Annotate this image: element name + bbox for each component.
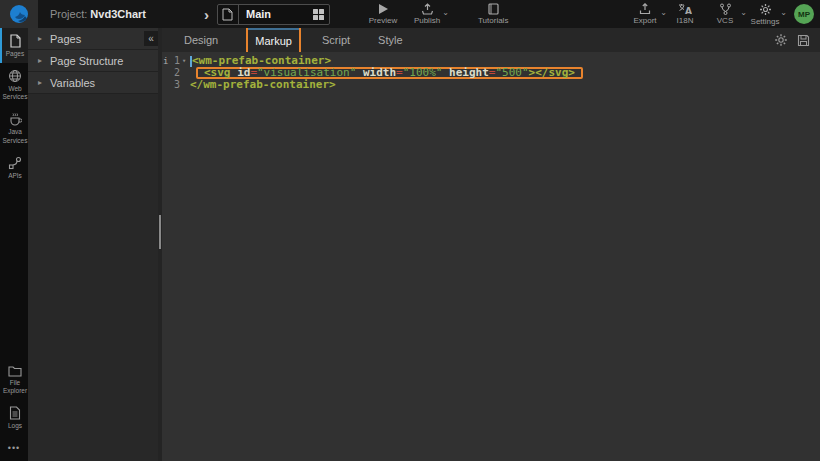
rail-spacer [0, 185, 28, 359]
vcs-button[interactable]: ⌄ VCS [710, 3, 740, 25]
triangle-right-icon: ▸ [38, 34, 42, 43]
editor-tab-bar: Design Markup Script Style [162, 28, 820, 52]
preview-button[interactable]: Preview [368, 3, 398, 25]
triangle-right-icon: ▸ [38, 78, 42, 87]
svg-text:A: A [685, 6, 692, 15]
rail-item-web-services[interactable]: Web Services [0, 63, 28, 106]
topbar-center-actions: Preview ⌄ Publish Tutorials [368, 0, 508, 28]
export-button[interactable]: ⌄ Export [630, 3, 660, 25]
left-icon-rail: Pages Web Services Java Services APIs Fi… [0, 28, 28, 461]
editor-gutter: i1▾23 [162, 55, 188, 91]
code-token: width [363, 67, 396, 79]
api-icon [8, 156, 22, 170]
project-title: Project: Nvd3Chart [50, 8, 146, 20]
rail-item-file-explorer[interactable]: File Explorer [0, 359, 28, 400]
panel-collapse-button[interactable]: « [144, 31, 158, 46]
panel-scrollbar[interactable] [158, 28, 162, 461]
code-token: = [489, 67, 496, 79]
publish-button[interactable]: ⌄ Publish [412, 3, 442, 25]
code-token: height [449, 67, 489, 79]
active-tab-indicator [248, 28, 299, 30]
workspace: Design Markup Script Style i1▾23 <wm-pre… [162, 28, 820, 461]
book-icon [488, 3, 499, 15]
line-number[interactable]: 2 [162, 67, 188, 79]
line-number[interactable]: 3 [162, 79, 188, 91]
lint-info-icon: i [163, 55, 170, 67]
tab-script[interactable]: Script [322, 34, 350, 46]
project-name: Nvd3Chart [90, 8, 146, 20]
rail-item-apis[interactable]: APIs [0, 150, 28, 185]
topbar-right-actions: ⌄ Export A I18N ⌄ VCS ⌄ Settings MP [630, 0, 814, 28]
rail-more-button[interactable]: ••• [0, 435, 28, 461]
chevron-down-icon: ⌄ [660, 8, 667, 17]
app-logo[interactable] [0, 0, 38, 28]
code-token [356, 67, 363, 79]
code-token [442, 67, 449, 79]
user-avatar[interactable]: MP [794, 4, 814, 24]
translate-icon: A [678, 3, 692, 15]
settings-button[interactable]: ⌄ Settings [750, 3, 780, 26]
tab-design[interactable]: Design [184, 34, 218, 46]
top-bar: Project: Nvd3Chart › Main Preview ⌄ Publ… [0, 0, 820, 28]
grid-view-icon[interactable] [313, 9, 324, 20]
code-token: </wm-prefab-container> [190, 79, 336, 91]
code-token: ></svg> [529, 67, 575, 79]
save-button[interactable] [797, 34, 810, 47]
upload-icon [421, 3, 434, 15]
markup-tab-annotation: Markup [246, 26, 301, 54]
java-cup-icon [8, 112, 22, 126]
gear-icon [774, 33, 788, 47]
rail-item-logs[interactable]: Logs [0, 400, 28, 435]
scrollbar-handle[interactable] [159, 215, 161, 249]
play-icon [377, 3, 389, 15]
code-editor[interactable]: i1▾23 <wm-prefab-container><svg id="visu… [162, 52, 820, 461]
tab-style[interactable]: Style [378, 34, 402, 46]
ide-window: Project: Nvd3Chart › Main Preview ⌄ Publ… [0, 0, 820, 461]
pages-icon [9, 34, 22, 48]
rail-item-pages[interactable]: Pages [0, 28, 28, 63]
rail-item-java-services[interactable]: Java Services [0, 106, 28, 149]
tab-markup[interactable]: Markup [255, 35, 292, 47]
logs-icon [9, 406, 21, 420]
globe-icon [8, 69, 22, 83]
panel-section-pages[interactable]: ▸ Pages « [28, 28, 158, 50]
fold-marker-icon[interactable]: ▾ [180, 55, 188, 67]
editor-code: <wm-prefab-container><svg id="visualisat… [188, 55, 820, 91]
code-token: "100%" [403, 67, 443, 79]
chevron-down-icon: ⌄ [780, 8, 787, 17]
tutorials-button[interactable]: Tutorials [478, 3, 508, 25]
page-doc-icon [218, 5, 239, 24]
left-panel: ▸ Pages « ▸ Page Structure ▸ Variables [28, 28, 158, 461]
chevron-down-icon: ⌄ [740, 8, 747, 17]
export-icon [639, 3, 651, 15]
branch-icon [719, 3, 732, 15]
save-icon [797, 34, 810, 47]
breadcrumb-chevron-icon[interactable]: › [204, 6, 209, 23]
chevron-down-icon: ⌄ [442, 8, 449, 17]
code-line[interactable]: </wm-prefab-container> [190, 79, 820, 91]
triangle-right-icon: ▸ [38, 56, 42, 65]
code-token: "500" [495, 67, 528, 79]
i18n-button[interactable]: A I18N [670, 3, 700, 25]
wavemaker-logo-icon [9, 4, 29, 24]
page-tab-label: Main [239, 8, 313, 20]
code-token: = [396, 67, 403, 79]
tabbar-actions [774, 28, 810, 52]
line-number[interactable]: i1▾ [162, 55, 188, 67]
page-tab-main[interactable]: Main [217, 4, 330, 25]
gear-icon [759, 3, 772, 16]
panel-section-page-structure[interactable]: ▸ Page Structure [28, 50, 158, 72]
panel-section-variables[interactable]: ▸ Variables [28, 72, 158, 94]
folder-icon [8, 365, 22, 377]
markup-settings-button[interactable] [774, 33, 788, 47]
